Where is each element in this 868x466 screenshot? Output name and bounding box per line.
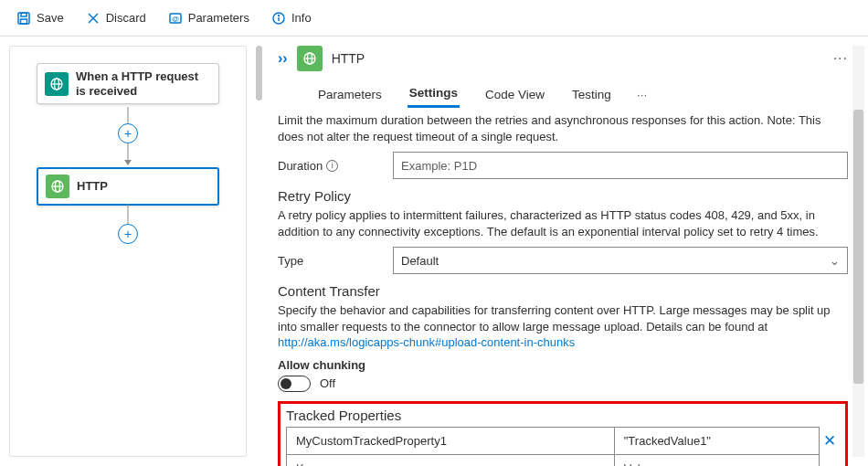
http-action-icon xyxy=(46,175,69,198)
add-step-button[interactable]: + xyxy=(118,123,138,143)
svg-rect-2 xyxy=(21,19,27,24)
table-row: Key Value xyxy=(287,454,840,466)
tabs-overflow[interactable]: ··· xyxy=(637,88,647,101)
trigger-label: When a HTTP request is received xyxy=(76,69,211,98)
allow-chunking-state: Off xyxy=(320,376,335,390)
delete-row-button[interactable]: ✕ xyxy=(820,427,840,454)
panel-scrollbar-thumb[interactable] xyxy=(853,110,863,384)
tracked-properties-heading: Tracked Properties xyxy=(286,408,840,423)
connector-line xyxy=(128,143,129,160)
connector-line xyxy=(128,107,129,123)
save-icon xyxy=(16,11,31,26)
http-trigger-icon xyxy=(45,72,69,96)
panel-action-icon xyxy=(297,46,323,71)
parameters-icon: @ xyxy=(168,11,183,26)
content-transfer-description: Specify the behavior and capabilities fo… xyxy=(278,302,848,351)
info-icon[interactable]: i xyxy=(326,160,338,172)
svg-point-9 xyxy=(278,15,279,16)
arrow-icon xyxy=(124,160,132,165)
content-transfer-heading: Content Transfer xyxy=(278,283,848,299)
http-action-label: HTTP xyxy=(77,179,108,194)
allow-chunking-toggle[interactable] xyxy=(278,376,311,392)
save-button[interactable]: Save xyxy=(9,7,71,29)
save-label: Save xyxy=(37,11,64,25)
duration-input[interactable] xyxy=(393,152,848,179)
discard-button[interactable]: Discard xyxy=(79,7,153,29)
tab-parameters[interactable]: Parameters xyxy=(316,82,384,107)
trigger-node[interactable]: When a HTTP request is received xyxy=(37,63,219,104)
retry-policy-description: A retry policy applies to intermittent f… xyxy=(278,207,848,239)
retry-type-label: Type xyxy=(278,254,378,268)
table-row: MyCustomTrackedProperty1 "TrackedValue1"… xyxy=(287,427,840,454)
parameters-button[interactable]: @ Parameters xyxy=(161,7,257,29)
tab-testing[interactable]: Testing xyxy=(570,82,613,107)
collapse-icon[interactable]: ›› xyxy=(278,50,288,67)
panel-more-button[interactable]: ··· xyxy=(833,50,848,67)
chevron-down-icon: ⌄ xyxy=(830,254,840,268)
retry-type-value: Default xyxy=(401,254,439,268)
svg-text:@: @ xyxy=(172,15,179,23)
allow-chunking-label: Allow chunking xyxy=(278,358,848,372)
close-icon xyxy=(86,11,101,26)
settings-content: Limit the maximum duration between the r… xyxy=(278,112,848,466)
designer-canvas[interactable]: When a HTTP request is received + HTTP + xyxy=(10,47,246,456)
connector-line xyxy=(128,204,129,224)
svg-rect-1 xyxy=(21,13,26,16)
empty-cell xyxy=(820,454,840,466)
http-action-node[interactable]: HTTP xyxy=(37,167,219,206)
tab-code-view[interactable]: Code View xyxy=(483,82,546,107)
tracked-key-cell[interactable]: MyCustomTrackedProperty1 xyxy=(287,427,615,454)
toggle-knob xyxy=(281,378,291,389)
add-step-button-2[interactable]: + xyxy=(118,224,138,244)
parameters-label: Parameters xyxy=(188,11,249,25)
info-label: Info xyxy=(291,11,312,25)
tab-settings[interactable]: Settings xyxy=(408,80,460,108)
action-settings-panel: ›› HTTP ··· Parameters Settings Code Vie… xyxy=(265,37,868,466)
retry-type-select[interactable]: Default ⌄ xyxy=(393,247,848,274)
designer-canvas-wrap: When a HTTP request is received + HTTP + xyxy=(0,37,265,466)
panel-title: HTTP xyxy=(332,51,365,66)
duration-description: Limit the maximum duration between the r… xyxy=(278,112,848,144)
canvas-scrollbar[interactable] xyxy=(256,46,262,101)
duration-label: Duration i xyxy=(278,159,378,173)
tracked-properties-table: MyCustomTrackedProperty1 "TrackedValue1"… xyxy=(286,427,840,466)
tracked-value-placeholder[interactable]: Value xyxy=(614,454,819,466)
top-toolbar: Save Discard @ Parameters Info xyxy=(0,0,868,37)
info-icon xyxy=(271,11,286,26)
tracked-properties-section: Tracked Properties MyCustomTrackedProper… xyxy=(278,401,848,466)
tracked-key-placeholder[interactable]: Key xyxy=(287,454,615,466)
chunking-docs-link[interactable]: http://aka.ms/logicapps-chunk#upload-con… xyxy=(278,335,575,349)
tracked-value-cell[interactable]: "TrackedValue1" xyxy=(614,427,819,454)
retry-policy-heading: Retry Policy xyxy=(278,188,848,204)
discard-label: Discard xyxy=(106,11,146,25)
info-button[interactable]: Info xyxy=(264,7,319,29)
panel-tabs: Parameters Settings Code View Testing ··… xyxy=(316,80,848,109)
